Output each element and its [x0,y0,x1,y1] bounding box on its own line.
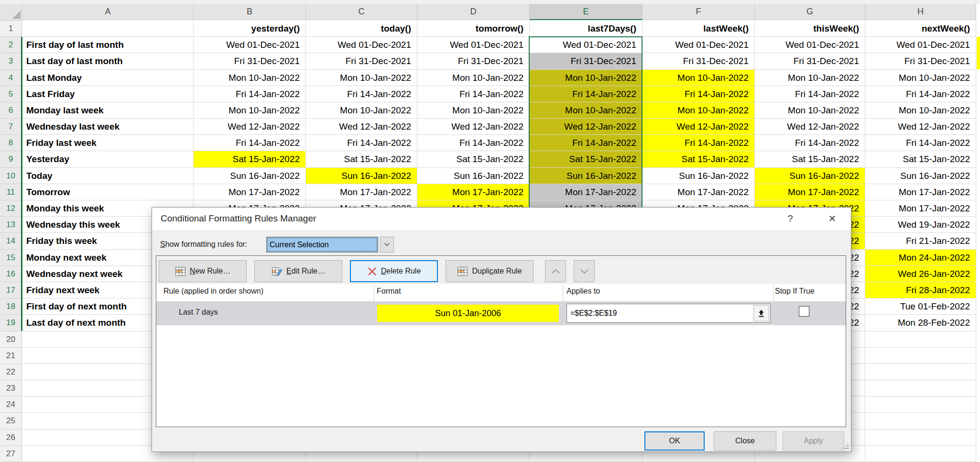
combobox-dropdown-button[interactable] [380,237,394,253]
cell-H19[interactable]: Mon 28-Feb-2022 [865,315,976,331]
show-rules-for-combobox[interactable]: Current Selection [266,237,378,253]
cell-H18[interactable]: Tue 01-Feb-2022 [865,298,976,315]
row-header-17[interactable]: 17 [0,282,22,298]
cell-D3[interactable]: Fri 31-Dec-2021 [417,53,530,70]
cell-A6[interactable]: Monday last week [22,102,194,119]
row-header-13[interactable]: 13 [0,217,22,233]
stop-if-true-checkbox[interactable] [799,306,809,317]
cell-H21[interactable] [865,348,976,364]
cell-D2[interactable]: Wed 01-Dec-2021 [417,37,530,53]
cell-C5[interactable]: Fri 14-Jan-2022 [306,86,417,102]
cell-F7[interactable]: Wed 12-Jan-2022 [642,119,755,135]
cell-G5[interactable]: Fri 14-Jan-2022 [755,86,865,102]
cell-E7[interactable]: Wed 12-Jan-2022 [530,119,642,135]
row-header-26[interactable]: 26 [0,429,22,446]
row-header-22[interactable]: 22 [0,364,22,380]
cell-F3[interactable]: Fri 31-Dec-2021 [642,53,755,70]
row-header-27[interactable]: 27 [0,446,22,462]
cell-E4[interactable]: Mon 10-Jan-2022 [530,70,642,86]
cell-F6[interactable]: Mon 10-Jan-2022 [642,102,755,119]
cell-D1[interactable]: tomorrow() [417,21,530,37]
cell-F9[interactable]: Sat 15-Jan-2022 [642,151,755,168]
cell-H7[interactable]: Wed 12-Jan-2022 [865,119,976,135]
cell-B11[interactable]: Mon 17-Jan-2022 [194,184,306,200]
cell-D8[interactable]: Fri 14-Jan-2022 [417,135,530,151]
cell-A5[interactable]: Last Friday [22,86,194,102]
cell-B5[interactable]: Fri 14-Jan-2022 [194,86,306,102]
cell-C6[interactable]: Mon 10-Jan-2022 [306,102,417,119]
delete-rule-button[interactable]: Delete Rule [350,260,438,282]
cell-D7[interactable]: Wed 12-Jan-2022 [417,119,530,135]
cell-C2[interactable]: Wed 01-Dec-2021 [306,37,417,53]
cell-A4[interactable]: Last Monday [22,70,194,86]
cell-E2[interactable]: Wed 01-Dec-2021 [530,37,642,53]
row-header-23[interactable]: 23 [0,380,22,396]
cell-G10[interactable]: Sun 16-Jan-2022 [755,168,865,184]
row-header-11[interactable]: 11 [0,184,22,200]
cell-H14[interactable]: Fri 21-Jan-2022 [865,233,976,250]
cell-H5[interactable]: Fri 14-Jan-2022 [865,86,976,102]
cell-B8[interactable]: Fri 14-Jan-2022 [194,135,306,151]
cell-A9[interactable]: Yesterday [22,151,194,168]
cell-F11[interactable]: Mon 17-Jan-2022 [642,184,755,200]
cell-H8[interactable]: Fri 14-Jan-2022 [865,135,976,151]
cell-C10[interactable]: Sun 16-Jan-2022 [306,168,417,184]
cell-G4[interactable]: Mon 10-Jan-2022 [755,70,865,86]
cell-H13[interactable]: Wed 19-Jan-2022 [865,217,976,233]
cell-A10[interactable]: Today [22,168,194,184]
cell-D4[interactable]: Mon 10-Jan-2022 [417,70,530,86]
row-header-1[interactable]: 1 [0,21,22,37]
cell-G11[interactable]: Mon 17-Jan-2022 [755,184,865,200]
cell-E10[interactable]: Sun 16-Jan-2022 [530,168,642,184]
row-header-15[interactable]: 15 [0,250,22,266]
col-header-E[interactable]: E [530,4,642,20]
cell-B7[interactable]: Wed 12-Jan-2022 [194,119,306,135]
row-header-3[interactable]: 3 [0,53,22,70]
cell-C4[interactable]: Mon 10-Jan-2022 [306,70,417,86]
row-header-7[interactable]: 7 [0,119,22,135]
cell-F10[interactable]: Sun 16-Jan-2022 [642,168,755,184]
cell-H2[interactable]: Wed 01-Dec-2021 [865,37,976,53]
cell-B4[interactable]: Mon 10-Jan-2022 [194,70,306,86]
cell-G2[interactable]: Wed 01-Dec-2021 [755,37,865,53]
cell-F1[interactable]: lastWeek() [642,21,755,37]
col-header-C[interactable]: C [306,4,417,20]
row-header-16[interactable]: 16 [0,266,22,282]
row-header-25[interactable]: 25 [0,413,22,429]
cell-H22[interactable] [865,364,976,380]
row-header-19[interactable]: 19 [0,315,22,331]
cell-H11[interactable]: Mon 17-Jan-2022 [865,184,976,200]
cell-H6[interactable]: Mon 10-Jan-2022 [865,102,976,119]
close-icon[interactable]: ✕ [821,211,843,226]
ok-button[interactable]: OK [644,431,705,451]
cell-F8[interactable]: Fri 14-Jan-2022 [642,135,755,151]
cell-F5[interactable]: Fri 14-Jan-2022 [642,86,755,102]
move-rule-down-button[interactable] [574,260,595,282]
row-header-9[interactable]: 9 [0,151,22,168]
cell-H26[interactable] [865,429,976,446]
cell-F4[interactable]: Mon 10-Jan-2022 [642,70,755,86]
dialog-titlebar[interactable]: Conditional Formatting Rules Manager ? ✕ [152,208,851,230]
cell-H12[interactable]: Mon 17-Jan-2022 [865,200,976,217]
cell-B1[interactable]: yesterday() [194,21,306,37]
row-header-6[interactable]: 6 [0,102,22,119]
cell-E3[interactable]: Fri 31-Dec-2021 [530,53,642,70]
row-header-2[interactable]: 2 [0,37,22,53]
help-icon[interactable]: ? [779,211,801,226]
cell-D9[interactable]: Sat 15-Jan-2022 [417,151,530,168]
cell-B6[interactable]: Mon 10-Jan-2022 [194,102,306,119]
cell-C3[interactable]: Fri 31-Dec-2021 [306,53,417,70]
cell-D5[interactable]: Fri 14-Jan-2022 [417,86,530,102]
col-header-A[interactable]: A [22,4,194,20]
row-header-21[interactable]: 21 [0,348,22,364]
cell-G8[interactable]: Fri 14-Jan-2022 [755,135,865,151]
cell-E1[interactable]: last7Days() [530,21,642,37]
cell-H10[interactable]: Sun 16-Jan-2022 [865,168,976,184]
row-header-14[interactable]: 14 [0,233,22,250]
move-rule-up-button[interactable] [545,260,566,282]
cell-H16[interactable]: Wed 26-Jan-2022 [865,266,976,282]
col-header-D[interactable]: D [417,4,530,20]
cell-H27[interactable] [865,446,976,462]
edit-rule-button[interactable]: Edit Rule… [254,260,342,282]
cell-H20[interactable] [865,331,976,348]
